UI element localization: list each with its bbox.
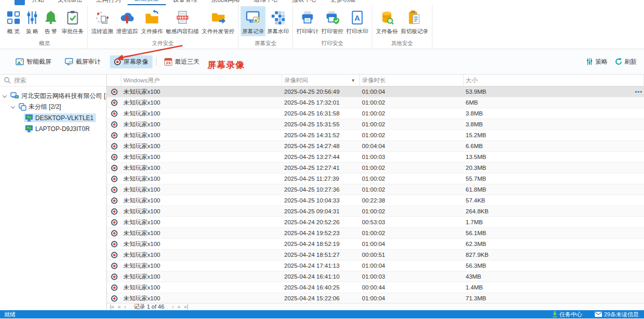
next-page-icon[interactable]: › bbox=[172, 304, 174, 310]
policy-toolbar-button[interactable]: 策略 bbox=[586, 57, 608, 66]
record-icon bbox=[111, 132, 117, 138]
cell-record-time: 2025-04-25 12:27:41 bbox=[282, 165, 360, 171]
policy-button[interactable]: 策 略 bbox=[23, 6, 41, 36]
cell-record-time: 2025-04-25 09:04:31 bbox=[282, 208, 360, 214]
table-row[interactable]: 未知玩家x100 2025-04-25 17:32:01 01:00:02 6M… bbox=[107, 97, 644, 108]
leak-track-cloud-icon bbox=[119, 8, 135, 27]
record-icon bbox=[111, 252, 117, 258]
cell-windows-user: 未知玩家x100 bbox=[121, 251, 282, 259]
tab-doc-encryption[interactable]: 文档加密 bbox=[51, 0, 89, 5]
cell-record-time: 2025-04-24 17:41:13 bbox=[282, 263, 360, 269]
cell-record-time: 2025-04-24 19:52:23 bbox=[282, 230, 360, 236]
tab-home[interactable]: 开始 bbox=[25, 0, 51, 5]
cell-windows-user: 未知玩家x100 bbox=[121, 164, 282, 172]
table-row[interactable]: 未知玩家x100 2025-04-25 10:27:36 01:00:02 61… bbox=[107, 184, 644, 195]
first-page-icon[interactable]: |« bbox=[110, 304, 114, 310]
tab-system-network[interactable]: 系统&网络 bbox=[204, 0, 247, 5]
file-backup-button[interactable]: 文件备份 bbox=[374, 6, 399, 36]
table-row[interactable]: 未知玩家x100 2025-04-24 17:41:13 01:00:04 56… bbox=[107, 260, 644, 271]
table-row[interactable]: 未知玩家x100 2025-04-25 15:31:55 01:00:02 3.… bbox=[107, 119, 644, 130]
cell-size: 15.2MB bbox=[464, 132, 644, 138]
task-center-button[interactable]: 任务中心 bbox=[552, 311, 582, 318]
smart-capture-button[interactable]: 智能截屏 bbox=[11, 55, 55, 68]
cell-duration: 01:00:02 bbox=[360, 121, 464, 127]
tab-web-behavior[interactable]: 上网行为 bbox=[89, 0, 128, 5]
table-row[interactable]: 未知玩家x100 2025-04-25 16:31:58 01:00:02 3.… bbox=[107, 108, 644, 119]
table-row[interactable]: 未知玩家x100 2025-04-25 12:27:41 01:00:02 20… bbox=[107, 163, 644, 173]
unread-messages-button[interactable]: 29条未读信息 bbox=[595, 311, 639, 318]
search-input[interactable] bbox=[14, 77, 92, 84]
print-watermark-button[interactable]: A 打印水印 bbox=[345, 6, 370, 36]
table-row[interactable]: 未知玩家x100 2025-04-25 14:27:48 00:04:04 6.… bbox=[107, 141, 644, 152]
app-menu-button[interactable] bbox=[15, 0, 25, 5]
table-row[interactable]: 未知玩家x100 2025-04-25 10:04:33 00:22:38 57… bbox=[107, 195, 644, 206]
circulation-trace-icon bbox=[94, 8, 110, 27]
tree-item-ungrouped[interactable]: 未分组 [2/2] bbox=[0, 102, 106, 112]
cell-size: 6.6MB bbox=[464, 143, 644, 149]
column-header-windows-user[interactable]: Windows用户 bbox=[121, 75, 282, 86]
table-row[interactable]: 未知玩家x100 2025-04-24 16:40:25 00:00:44 1.… bbox=[107, 282, 644, 293]
tab-more-features[interactable]: 更多功能 bbox=[324, 0, 362, 5]
table-row[interactable]: 未知玩家x100 2025-04-25 13:27:44 01:00:03 13… bbox=[107, 152, 644, 163]
capture-audit-button[interactable]: 截屏审计 bbox=[61, 55, 105, 68]
table-row[interactable]: 未知玩家x100 2025-04-25 14:31:52 01:00:02 15… bbox=[107, 130, 644, 141]
table-row[interactable]: 未知玩家x100 2025-04-24 20:52:26 00:53:03 1.… bbox=[107, 217, 644, 228]
table-row[interactable]: 未知玩家x100 2025-04-24 18:51:27 00:00:51 82… bbox=[107, 250, 644, 260]
clipboard-record-button[interactable]: 剪切板记录 bbox=[399, 6, 430, 36]
search-box[interactable] bbox=[0, 75, 106, 86]
sort-desc-icon[interactable]: ▼ bbox=[351, 78, 355, 83]
cell-size: 56.3MB bbox=[464, 263, 644, 269]
tab-data-security[interactable]: 数据安全 bbox=[128, 0, 166, 5]
file-operations-button[interactable]: 文件操作 bbox=[139, 6, 164, 36]
tree-item-desktop-vlktle1[interactable]: DESKTOP-VLKTLE1 bbox=[0, 112, 106, 123]
cell-record-time: 2025-04-24 16:41:10 bbox=[282, 273, 360, 280]
chevron-down-icon[interactable] bbox=[3, 93, 7, 97]
approval-tasks-button[interactable]: 审批任务 bbox=[60, 6, 85, 36]
cell-windows-user: 未知玩家x100 bbox=[121, 186, 282, 194]
sensitive-content-scan-button[interactable]: 敏感内容扫描 bbox=[164, 6, 200, 36]
row-actions-ellipsis[interactable]: ••• bbox=[635, 86, 642, 97]
refresh-button[interactable]: 刷新 bbox=[615, 57, 637, 66]
screen-record-button[interactable]: 屏幕记录 bbox=[241, 6, 265, 36]
table-row[interactable]: 未知玩家x100 2025-04-25 09:04:31 01:00:02 26… bbox=[107, 206, 644, 217]
alert-button[interactable]: 告 警 bbox=[41, 6, 60, 36]
print-control-button[interactable]: 打印管控 bbox=[320, 6, 345, 36]
table-row[interactable]: 未知玩家x100 2025-04-24 18:52:19 01:00:04 62… bbox=[107, 239, 644, 250]
last-page-icon[interactable]: »| bbox=[184, 304, 188, 310]
screen-watermark-button[interactable]: 屏幕水印 bbox=[265, 6, 290, 36]
tree-item-laptop-d9j3it0r[interactable]: LAPTOP-D9J3IT0R bbox=[0, 123, 106, 134]
group-icon bbox=[19, 103, 26, 111]
leak-tracking-button[interactable]: 泄密追踪 bbox=[115, 6, 139, 36]
envelope-icon bbox=[595, 312, 602, 317]
tab-device-management[interactable]: 设备管理 bbox=[166, 0, 204, 5]
table-header: Windows用户 录像时间 ▼ 录像时长 大小 bbox=[107, 75, 644, 86]
tab-report-center[interactable]: 报表中心 bbox=[285, 0, 324, 5]
print-audit-button[interactable]: 打印审计 bbox=[295, 6, 320, 36]
overview-grid-icon bbox=[6, 8, 21, 27]
screen-recording-button[interactable]: 屏幕录像 bbox=[110, 55, 152, 68]
table-row[interactable]: 未知玩家x100 2025-04-25 11:27:39 01:00:02 55… bbox=[107, 173, 644, 184]
chevron-down-icon[interactable] bbox=[11, 104, 15, 108]
tree-item-company[interactable]: 河北安固云网络科技有限公司 [2/2] bbox=[0, 91, 106, 102]
cell-windows-user: 未知玩家x100 bbox=[121, 208, 282, 215]
fast-next-page-icon[interactable]: » bbox=[177, 304, 180, 310]
cell-record-time: 2025-04-25 11:27:39 bbox=[282, 176, 360, 182]
column-header-duration[interactable]: 录像时长 bbox=[360, 75, 464, 86]
fast-prev-page-icon[interactable]: « bbox=[118, 304, 121, 310]
cell-size: 43MB bbox=[464, 273, 644, 280]
tab-ops-center[interactable]: 运维中心 bbox=[247, 0, 285, 5]
table-row[interactable]: 未知玩家x100 2025-04-24 19:52:23 01:00:02 56… bbox=[107, 228, 644, 239]
table-row[interactable]: 未知玩家x100 2025-04-24 16:41:10 01:00:03 43… bbox=[107, 271, 644, 282]
recent-three-days-button[interactable]: 23 最近三天 bbox=[160, 55, 204, 68]
record-icon bbox=[111, 143, 117, 149]
file-outgoing-control-button[interactable]: 文件外发管控 bbox=[200, 6, 236, 36]
circulation-trace-button[interactable]: 流转追溯 bbox=[90, 6, 115, 36]
cell-size: 264.8KB bbox=[464, 208, 644, 214]
table-row[interactable]: 未知玩家x100 2025-04-25 20:56:49 01:00:04 53… bbox=[107, 86, 644, 97]
prev-page-icon[interactable]: ‹ bbox=[124, 304, 126, 310]
column-header-record-time[interactable]: 录像时间 ▼ bbox=[282, 75, 360, 86]
overview-button[interactable]: 概 览 bbox=[4, 6, 23, 36]
column-header-size[interactable]: 大小 bbox=[464, 75, 644, 86]
table-row[interactable]: 未知玩家x100 2025-04-24 15:22:06 01:00:04 71… bbox=[107, 293, 644, 303]
ribbon-group-screen-security: 屏幕记录 屏幕水印 屏幕安全 bbox=[239, 5, 293, 49]
